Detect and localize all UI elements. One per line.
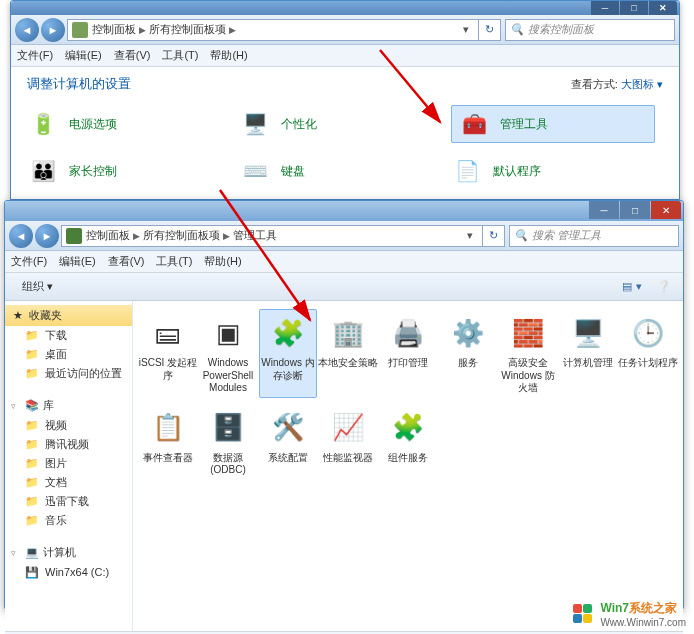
- organize-button[interactable]: 组织 ▾: [13, 276, 62, 297]
- sidebar-item-label: 音乐: [45, 513, 67, 528]
- address-bar[interactable]: 控制面板 ▶ 所有控制面板项 ▶ 管理工具 ▾: [61, 225, 483, 247]
- breadcrumb-item[interactable]: 控制面板: [86, 228, 130, 243]
- sidebar-item-label: 最近访问的位置: [45, 366, 122, 381]
- menu-tools[interactable]: 工具(T): [162, 48, 198, 63]
- sidebar-item[interactable]: 📁桌面: [5, 345, 132, 364]
- breadcrumb-item[interactable]: 控制面板: [92, 22, 136, 37]
- control-panel-item[interactable]: 👪家长控制: [27, 155, 239, 187]
- sidebar-item[interactable]: 📁下载: [5, 326, 132, 345]
- control-panel-item[interactable]: ⌨️键盘: [239, 155, 451, 187]
- tool-icon: 🧩: [387, 407, 429, 449]
- tool-icon: 📈: [327, 407, 369, 449]
- control-panel-window: ─ □ ✕ ◄ ► 控制面板 ▶ 所有控制面板项 ▶ ▾ ↻ 🔍 搜索控制面板 …: [10, 0, 680, 200]
- address-dropdown-icon[interactable]: ▾: [458, 23, 474, 36]
- item-label: 电源选项: [69, 116, 117, 133]
- folder-icon: 💾: [25, 565, 39, 579]
- item-icon: 🧰: [458, 108, 490, 140]
- view-options-icon[interactable]: ▤ ▾: [621, 277, 643, 297]
- titlebar[interactable]: ─ □ ✕: [11, 1, 679, 15]
- maximize-button[interactable]: □: [620, 201, 650, 219]
- sidebar-item[interactable]: 💾Win7x64 (C:): [5, 563, 132, 581]
- tool-label: 打印管理: [377, 357, 439, 370]
- tool-item[interactable]: 🖥️计算机管理: [559, 309, 617, 398]
- forward-button[interactable]: ►: [35, 224, 59, 248]
- search-input[interactable]: 🔍 搜索 管理工具: [509, 225, 679, 247]
- menu-view[interactable]: 查看(V): [108, 254, 145, 269]
- forward-button[interactable]: ►: [41, 18, 65, 42]
- tool-label: 系统配置: [257, 452, 319, 465]
- breadcrumb-item[interactable]: 所有控制面板项: [149, 22, 226, 37]
- navigation-sidebar: ★ 收藏夹 📁下载📁桌面📁最近访问的位置 ▿ 📚 库 📁视频📁腾讯视频📁图片📁文…: [5, 301, 133, 631]
- menu-bar: 文件(F) 编辑(E) 查看(V) 工具(T) 帮助(H): [11, 45, 679, 67]
- tool-icon: 📋: [147, 407, 189, 449]
- menu-help[interactable]: 帮助(H): [210, 48, 247, 63]
- tool-label: 高级安全 Windows 防火墙: [497, 357, 559, 395]
- sidebar-computer-header[interactable]: ▿ 💻 计算机: [5, 542, 132, 563]
- tool-item[interactable]: 🏢本地安全策略: [319, 309, 377, 398]
- menu-file[interactable]: 文件(F): [11, 254, 47, 269]
- control-panel-item[interactable]: 🔋电源选项: [27, 105, 239, 143]
- admin-tools-window: ─ □ ✕ ◄ ► 控制面板 ▶ 所有控制面板项 ▶ 管理工具 ▾ ↻ 🔍 搜索…: [4, 200, 684, 610]
- tool-item[interactable]: 🧩Windows 内存诊断: [259, 309, 317, 398]
- minimize-button[interactable]: ─: [591, 1, 619, 15]
- tool-item[interactable]: 🗄️数据源 (ODBC): [199, 404, 257, 480]
- close-button[interactable]: ✕: [649, 1, 677, 15]
- refresh-button[interactable]: ↻: [479, 19, 501, 41]
- menu-edit[interactable]: 编辑(E): [59, 254, 96, 269]
- menu-view[interactable]: 查看(V): [114, 48, 151, 63]
- control-panel-item[interactable]: 🖥️个性化: [239, 105, 451, 143]
- tool-item[interactable]: 🧩组件服务: [379, 404, 437, 480]
- sidebar-item[interactable]: 📁音乐: [5, 511, 132, 530]
- control-panel-item[interactable]: 🧰管理工具: [451, 105, 655, 143]
- control-panel-icon: [72, 22, 88, 38]
- maximize-button[interactable]: □: [620, 1, 648, 15]
- tool-item[interactable]: 🖴iSCSI 发起程序: [139, 309, 197, 398]
- menu-tools[interactable]: 工具(T): [156, 254, 192, 269]
- sidebar-item[interactable]: 📁腾讯视频: [5, 435, 132, 454]
- tool-item[interactable]: 📋事件查看器: [139, 404, 197, 480]
- tool-item[interactable]: 🖨️打印管理: [379, 309, 437, 398]
- menu-file[interactable]: 文件(F): [17, 48, 53, 63]
- item-label: 家长控制: [69, 163, 117, 180]
- sidebar-item[interactable]: 📁图片: [5, 454, 132, 473]
- address-bar[interactable]: 控制面板 ▶ 所有控制面板项 ▶ ▾: [67, 19, 479, 41]
- help-icon[interactable]: ❔: [653, 277, 675, 297]
- back-button[interactable]: ◄: [15, 18, 39, 42]
- breadcrumb-item[interactable]: 管理工具: [233, 228, 277, 243]
- tool-item[interactable]: ▣Windows PowerShell Modules: [199, 309, 257, 398]
- sidebar-favorites-header[interactable]: ★ 收藏夹: [5, 305, 132, 326]
- view-mode-link[interactable]: 大图标 ▾: [621, 78, 663, 90]
- address-dropdown-icon[interactable]: ▾: [462, 229, 478, 242]
- tool-item[interactable]: 🛠️系统配置: [259, 404, 317, 480]
- sidebar-item[interactable]: 📁迅雷下载: [5, 492, 132, 511]
- sidebar-item[interactable]: 📁视频: [5, 416, 132, 435]
- page-title: 调整计算机的设置: [27, 75, 131, 93]
- tool-item[interactable]: 📈性能监视器: [319, 404, 377, 480]
- tool-item[interactable]: 🕒任务计划程序: [619, 309, 677, 398]
- refresh-button[interactable]: ↻: [483, 225, 505, 247]
- tool-item[interactable]: ⚙️服务: [439, 309, 497, 398]
- control-panel-item[interactable]: 📄默认程序: [451, 155, 663, 187]
- back-button[interactable]: ◄: [9, 224, 33, 248]
- item-label: 键盘: [281, 163, 305, 180]
- tool-icon: 🗄️: [207, 407, 249, 449]
- sidebar-libraries-header[interactable]: ▿ 📚 库: [5, 395, 132, 416]
- menu-edit[interactable]: 编辑(E): [65, 48, 102, 63]
- sidebar-item[interactable]: 📁最近访问的位置: [5, 364, 132, 383]
- folder-icon: 📁: [25, 495, 39, 509]
- close-button[interactable]: ✕: [651, 201, 681, 219]
- chevron-down-icon: ▿: [11, 401, 21, 411]
- tool-item[interactable]: 🧱高级安全 Windows 防火墙: [499, 309, 557, 398]
- breadcrumb-item[interactable]: 所有控制面板项: [143, 228, 220, 243]
- sidebar-item[interactable]: 📁文档: [5, 473, 132, 492]
- tool-icon: 🏢: [327, 312, 369, 354]
- chevron-right-icon: ▶: [133, 231, 140, 241]
- item-icon: 🖥️: [239, 108, 271, 140]
- titlebar[interactable]: ─ □ ✕: [5, 201, 683, 221]
- sidebar-item-label: 桌面: [45, 347, 67, 362]
- minimize-button[interactable]: ─: [589, 201, 619, 219]
- search-input[interactable]: 🔍 搜索控制面板: [505, 19, 675, 41]
- menu-help[interactable]: 帮助(H): [204, 254, 241, 269]
- windows-logo-icon: [572, 603, 594, 625]
- tool-label: 数据源 (ODBC): [197, 452, 259, 477]
